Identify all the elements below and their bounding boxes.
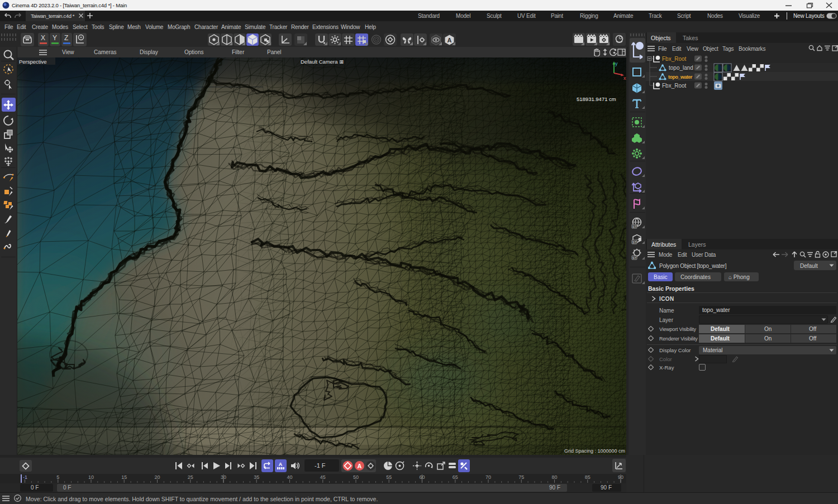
svg-text:15: 15 <box>121 474 127 480</box>
svg-text:Fbx_Root: Fbx_Root <box>662 83 687 89</box>
svg-text:ST: ST <box>632 256 637 260</box>
svg-text:A: A <box>358 463 362 469</box>
svg-text:10: 10 <box>88 474 94 480</box>
svg-text:y: y <box>615 61 618 66</box>
svg-text:45: 45 <box>320 474 326 480</box>
svg-text:topo_land: topo_land <box>669 65 693 71</box>
svg-text:50: 50 <box>353 474 359 480</box>
svg-text:ST: ST <box>632 225 637 228</box>
svg-text:-1: -1 <box>23 474 27 480</box>
svg-text:80: 80 <box>551 474 557 480</box>
svg-text:70: 70 <box>485 474 491 480</box>
svg-text:A: A <box>447 37 452 44</box>
svg-text:20: 20 <box>154 474 160 480</box>
svg-text:25: 25 <box>188 474 193 480</box>
svg-text:85: 85 <box>585 474 591 480</box>
svg-text:75: 75 <box>518 474 524 480</box>
svg-text:topo_water: topo_water <box>668 74 693 80</box>
svg-text:ST: ST <box>632 241 637 244</box>
svg-text:65: 65 <box>453 474 458 480</box>
svg-text:40: 40 <box>287 474 292 480</box>
svg-text:5: 5 <box>56 474 59 480</box>
svg-text:35: 35 <box>254 474 259 480</box>
svg-text:A: A <box>279 462 283 467</box>
svg-text:55: 55 <box>386 474 392 480</box>
svg-text:Fbx_Root: Fbx_Root <box>662 56 687 62</box>
